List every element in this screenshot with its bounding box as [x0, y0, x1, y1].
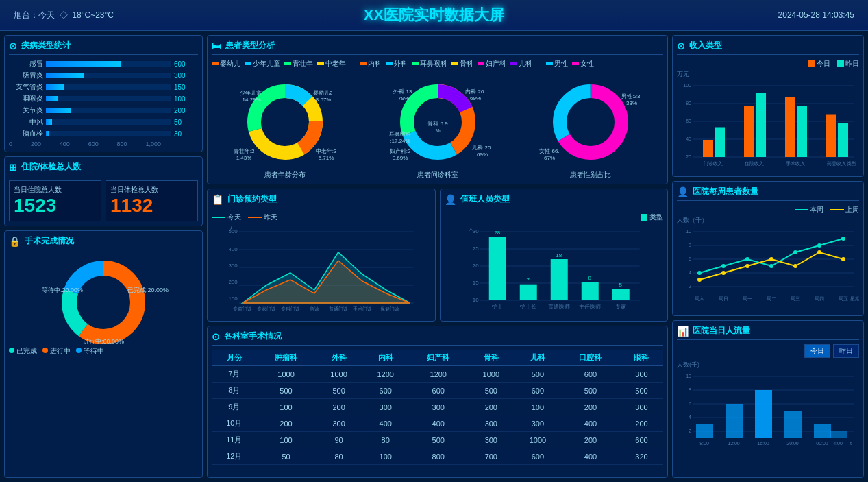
svg-marker-53: [243, 261, 410, 303]
table-cell: 200: [561, 399, 620, 415]
disease-stats-panel: ⊙ 疾病类型统计 感冒 600 肠胃炎 300 支气管炎 150 咽喉炎: [4, 35, 203, 152]
table-cell: 600: [514, 383, 561, 399]
disease-name: 咽喉炎: [9, 94, 43, 104]
weekly-chart-svg: 10 8 6 4 2: [677, 226, 859, 309]
svg-text:6: 6: [689, 401, 691, 406]
age-legend-item: 青壮年: [284, 59, 313, 69]
svg-point-126: [817, 243, 821, 248]
svg-text:69%: 69%: [469, 95, 480, 101]
table-cell: 800: [409, 448, 468, 465]
dept-chart-label: 患者问诊科室: [417, 170, 458, 180]
patient-type-title: 🛏 患者类型分析: [212, 40, 663, 55]
gender-legend-item: 男性: [546, 59, 568, 69]
svg-text::8.57%: :8.57%: [314, 97, 331, 103]
disease-bar-fill: [46, 131, 49, 136]
svg-point-124: [769, 264, 773, 268]
mid-charts-row: 📋 门诊预约类型 今天 昨天 500 400 300 200 100: [207, 189, 668, 322]
svg-text:15: 15: [472, 280, 478, 286]
svg-rect-154: [726, 404, 743, 438]
table-cell: 1000: [514, 432, 561, 448]
revenue-today-legend: 今日: [808, 59, 830, 69]
daily-flow-title: 📊 医院当日人流量: [677, 325, 859, 340]
disease-bar-fill: [46, 61, 121, 67]
inpatient-value: 1523: [14, 195, 97, 217]
table-cell: 12月: [212, 448, 257, 465]
duty-type-legend: 类型: [641, 213, 663, 222]
svg-text:25: 25: [472, 245, 478, 252]
svg-text:主任医师: 主任医师: [578, 304, 600, 310]
age-chart-wrap: 少年儿童 :14.29% 婴幼儿2 :8.57% 中老年:3 5.71% 青壮年…: [230, 74, 340, 180]
col-internal: 内科: [362, 350, 409, 366]
svg-text:67%: 67%: [543, 155, 554, 161]
svg-text:周日: 周日: [719, 296, 728, 301]
svg-rect-98: [703, 140, 713, 157]
dept-legend: 内科外科耳鼻喉科骨科妇产科儿科: [360, 59, 532, 69]
col-tumor: 肿瘤科: [257, 350, 316, 366]
table-cell: 300: [620, 399, 663, 415]
svg-text::17.24%: :17.24%: [390, 138, 410, 144]
svg-text:400: 400: [228, 246, 238, 252]
svg-text:护士长: 护士长: [519, 304, 536, 310]
surgery-legend: 已完成 进行中 等待中: [9, 346, 198, 356]
tab-yesterday[interactable]: 昨日: [833, 344, 859, 358]
svg-text:儿科:20.: 儿科:20.: [472, 145, 492, 151]
svg-text:10: 10: [686, 374, 691, 378]
table-cell: 600: [514, 448, 561, 465]
svg-text:12:00: 12:00: [728, 441, 740, 446]
svg-text:20:00: 20:00: [786, 441, 799, 446]
right-column: ⊙ 收入类型 今日 昨日 万元 100 80 60 40 20: [672, 35, 864, 478]
table-row: 8月500500600600500600500500: [212, 383, 663, 399]
svg-text:住院收入: 住院收入: [744, 161, 764, 167]
disease-bar-row: 关节炎 200: [9, 106, 198, 115]
disease-value: 100: [174, 95, 198, 103]
table-cell: 400: [409, 415, 468, 432]
table-cell: 100: [362, 448, 409, 465]
chart-icon: ⊙: [9, 40, 17, 51]
svg-text:已完成:20.00%: 已完成:20.00%: [127, 287, 169, 293]
gender-legend: 男性女性: [546, 59, 594, 69]
gender-legend-item: 女性: [572, 59, 594, 69]
table-cell: 400: [561, 415, 620, 432]
svg-text:18: 18: [556, 252, 562, 258]
table-row: 9月100200300300200100200300: [212, 399, 663, 415]
surgery-icon: ⊙: [212, 331, 220, 342]
table-cell: 100: [257, 432, 316, 448]
svg-text:药品收入: 药品收入: [827, 161, 846, 167]
svg-text:79%: 79%: [397, 95, 408, 101]
dept-legend-item: 骨科: [451, 59, 473, 69]
svg-rect-99: [715, 128, 725, 158]
table-cell: 80: [362, 432, 409, 448]
svg-point-133: [817, 250, 821, 254]
table-cell: 200: [620, 415, 663, 432]
table-cell: 300: [409, 399, 468, 415]
table-cell: 8月: [212, 383, 257, 399]
tab-today[interactable]: 今日: [804, 344, 830, 358]
svg-point-130: [745, 264, 749, 268]
svg-text:t: t: [850, 441, 852, 446]
svg-text:69%: 69%: [476, 152, 487, 158]
surgery-donut-svg: 等待中:20.00% 已完成:20.00% 进行中:60.00%: [28, 254, 179, 344]
last-week-legend: 上周: [830, 205, 859, 215]
svg-text:100: 100: [228, 296, 238, 302]
dept-donut-svg: 外科:13. 79% 内科:20. 69% 儿科:20. 69% 耳鼻喉科 :1…: [383, 74, 493, 170]
disease-name: 肠胃炎: [9, 71, 43, 80]
daily-flow-tabs[interactable]: 今日 昨日: [677, 344, 859, 358]
svg-rect-156: [784, 411, 802, 438]
svg-text:20: 20: [686, 154, 691, 159]
svg-text::14.29%: :14.29%: [240, 97, 260, 103]
svg-text:30: 30: [472, 228, 478, 234]
svg-text:妇产科:2: 妇产科:2: [389, 148, 410, 154]
table-cell: 9月: [212, 399, 257, 415]
svg-text:青壮年:2: 青壮年:2: [233, 148, 254, 154]
col-obgyn: 妇产科: [409, 350, 468, 366]
disease-bar-fill: [46, 96, 58, 101]
pt-charts-row: 少年儿童 :14.29% 婴幼儿2 :8.57% 中老年:3 5.71% 青壮年…: [212, 74, 663, 180]
svg-point-129: [721, 271, 726, 275]
svg-text:5.71%: 5.71%: [318, 155, 334, 161]
age-legend-item: 婴幼儿: [212, 59, 240, 69]
disease-value: 300: [174, 72, 198, 80]
svg-text:专家: 专家: [615, 304, 625, 310]
surgery-donut-wrap: 等待中:20.00% 已完成:20.00% 进行中:60.00%: [9, 254, 198, 344]
svg-text:4:00: 4:00: [833, 441, 843, 446]
table-cell: 300: [620, 366, 663, 383]
